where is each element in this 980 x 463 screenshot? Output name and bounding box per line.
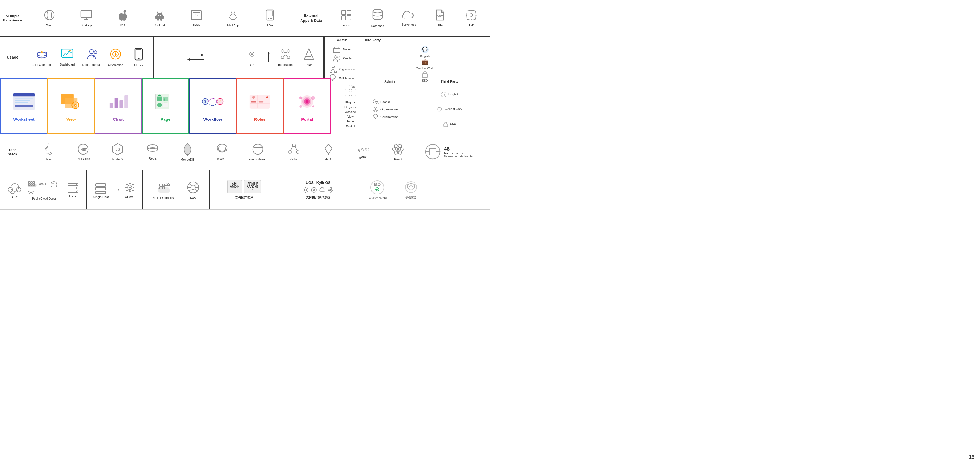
chart-label: Chart — [113, 117, 124, 122]
svg-point-214 — [132, 184, 134, 185]
file-icon: CSV — [435, 10, 445, 22]
admin-col-row3: Admin People Organization Co — [370, 78, 409, 133]
security-label: 等保三级 — [406, 196, 417, 200]
svg-marker-74 — [304, 49, 313, 60]
experience-items: Web Desktop iOS Android — [25, 0, 294, 36]
dingtalk-row3-icon: D — [441, 92, 447, 98]
svg-rect-82 — [334, 71, 337, 73]
svg-point-145 — [374, 100, 376, 102]
people-icon — [332, 54, 340, 62]
dingtalk-row3-label: Dingtalk — [449, 93, 458, 96]
svg-line-10 — [157, 11, 158, 13]
flower-icon — [328, 187, 334, 193]
mysql-label: MySQL — [217, 157, 228, 160]
market-label: Market — [343, 48, 352, 51]
pbp-item: PBP — [301, 48, 317, 67]
svg-text:5: 5 — [195, 13, 197, 17]
admin-collab: Collaboration — [372, 114, 398, 120]
svg-rect-91 — [13, 94, 34, 97]
pwa-icon: 5 — [191, 10, 202, 22]
react-label: React — [394, 158, 402, 161]
svg-text:ISO: ISO — [374, 182, 380, 187]
kafka-item: Kafka — [285, 143, 302, 161]
web-icon — [44, 10, 55, 22]
plugins-list: Plug-ins Integration Workflow View Page … — [344, 100, 357, 128]
plugins-icon — [344, 83, 358, 97]
departmental-icon — [85, 48, 98, 61]
iot-label: IoT — [469, 24, 474, 27]
svg-point-50 — [138, 58, 140, 59]
plugins-panel: Plug-ins Integration Workflow View Page … — [331, 78, 370, 133]
minio-item: MiniO — [320, 143, 337, 161]
row-multiple-experience: Multiple Experience Web Desktop — [0, 0, 490, 36]
admin-people: People — [372, 99, 390, 105]
svg-marker-62 — [267, 52, 270, 54]
up-down-arrows-icon — [267, 52, 270, 63]
saas-icon — [8, 181, 21, 194]
wechat-row3-icon — [437, 106, 443, 113]
dashboard-icon — [61, 49, 73, 61]
chart-feature-icon — [107, 90, 129, 113]
wechat-work-icon: 💼 — [421, 58, 429, 66]
union-icon — [311, 187, 317, 193]
svg-text:D: D — [442, 93, 445, 97]
svg-point-67 — [281, 56, 284, 59]
departmental-label: Departmental — [82, 63, 101, 67]
cloud-os-icon — [319, 187, 325, 193]
core-operation-item: Core Operation — [32, 48, 52, 67]
third-party-col-body: D Dingtalk WeChat Work SSO — [409, 85, 490, 133]
svg-rect-191 — [33, 182, 35, 183]
svg-point-43 — [89, 50, 94, 54]
svg-point-19 — [230, 14, 231, 16]
svg-point-130 — [266, 96, 268, 98]
svg-marker-64 — [267, 60, 270, 62]
ios-item: iOS — [115, 10, 131, 27]
dingtalk-item: 💬 Dingtalk — [420, 46, 430, 58]
pda-item: PDA — [261, 10, 278, 27]
docker-composer-icon — [156, 181, 172, 194]
docker-k8s-section: Docker Composer K8S — [143, 170, 210, 209]
aws-icon: aws — [38, 181, 49, 187]
svg-line-172 — [295, 146, 297, 151]
ios-label: iOS — [120, 24, 125, 27]
cloud-brand-icons: aws — [27, 180, 61, 196]
web-item: Web — [41, 10, 58, 27]
nodejs-item: JS NodeJS — [110, 143, 126, 161]
svg-text:S: S — [204, 100, 206, 103]
cloud-brands: aws Public Cloud Docer — [27, 180, 61, 200]
svg-point-170 — [296, 151, 299, 154]
usage-label: Usage — [0, 36, 25, 78]
external-apps-items: Apps Database Serverless — [328, 6, 490, 30]
svg-point-127 — [252, 96, 255, 99]
svg-rect-105 — [124, 95, 128, 108]
serverless-label: Serverless — [401, 23, 416, 26]
elasticsearch-icon — [252, 143, 264, 156]
svg-point-212 — [129, 190, 130, 192]
mysql-item: MySQL — [214, 144, 231, 160]
svg-point-210 — [133, 187, 135, 188]
docker-brand-icon — [27, 180, 37, 188]
core-operation-label: Core Operation — [32, 63, 52, 67]
svg-point-236 — [330, 187, 331, 189]
svg-point-66 — [287, 50, 290, 52]
svg-rect-29 — [342, 16, 346, 20]
roles-tile: Roles — [236, 78, 283, 133]
integration-items: API — [237, 36, 324, 78]
docker-composer-label: Docker Composer — [151, 196, 177, 200]
domestic-os-label: 支持国产操作系统 — [306, 195, 330, 200]
svg-point-69 — [284, 52, 287, 56]
right-arrow-icon — [187, 53, 204, 57]
view-tile: View — [48, 78, 95, 133]
iot-item: IoT — [463, 10, 480, 27]
mobile-item: Mobile — [130, 48, 147, 67]
svg-rect-109 — [158, 97, 162, 101]
svg-rect-202 — [96, 184, 106, 186]
dingtalk-icon: 💬 — [421, 46, 429, 54]
svg-point-199 — [76, 184, 77, 185]
mongodb-icon — [183, 143, 192, 156]
miniapp-icon — [228, 10, 239, 22]
portal-tile: Portal — [283, 78, 331, 133]
svg-point-101 — [75, 105, 76, 106]
workflow-tile: S ⚡ Workflow — [189, 78, 236, 133]
svg-point-175 — [396, 148, 399, 151]
